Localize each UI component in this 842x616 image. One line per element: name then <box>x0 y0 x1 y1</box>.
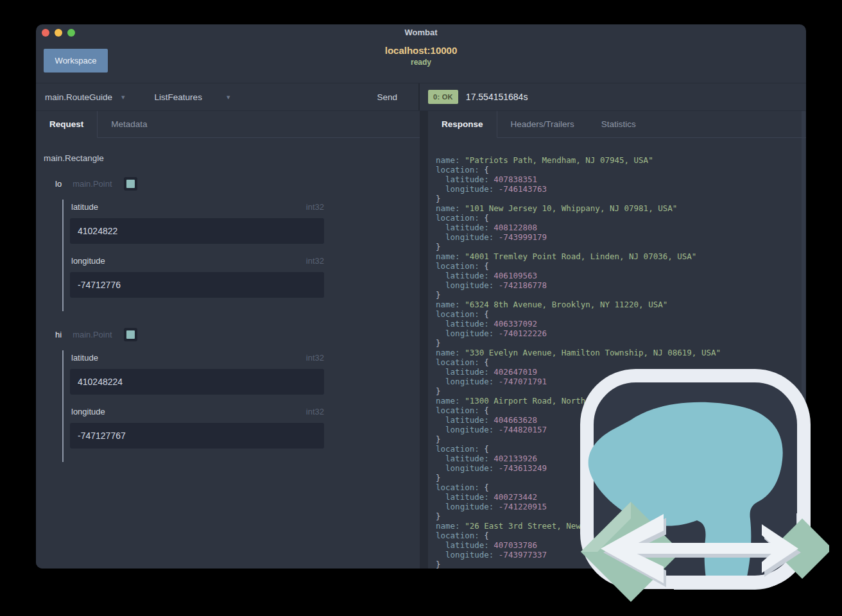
status-badge: 0: OK <box>428 90 458 104</box>
scalar-field-lo-longitude: longitudeint32 <box>70 256 324 298</box>
send-button[interactable]: Send <box>377 92 397 102</box>
scalar-label: latitude <box>71 353 98 363</box>
latitude-input[interactable] <box>70 369 324 395</box>
request-tabs: RequestMetadata <box>36 111 420 138</box>
response-line: } <box>436 194 806 203</box>
response-line: name: "330 Evelyn Avenue, Hamilton Towns… <box>436 348 806 357</box>
titlebar: Wombat <box>36 24 806 41</box>
scalar-type: int32 <box>306 202 324 212</box>
response-line: } <box>436 242 806 252</box>
response-line: latitude: 406337092 <box>436 319 806 329</box>
chevron-down-icon: ▾ <box>227 93 230 101</box>
response-line: name: "4001 Tremley Point Road, Linden, … <box>436 252 806 261</box>
response-tabs: ResponseHeaders/TrailersStatistics <box>428 111 806 138</box>
tab-metadata[interactable]: Metadata <box>98 111 160 137</box>
service-select[interactable]: main.RouteGuide ▾ <box>45 92 125 102</box>
server-address: localhost:10000 <box>36 45 806 56</box>
response-line: location: { <box>436 213 806 223</box>
request-panel: RequestMetadata main.Rectangle lomain.Po… <box>36 111 420 569</box>
scalar-label: latitude <box>71 202 98 212</box>
response-line: name: "101 New Jersey 10, Whippany, NJ 0… <box>436 203 806 213</box>
window-title: Wombat <box>36 28 806 37</box>
longitude-input[interactable] <box>70 272 324 298</box>
response-line: latitude: 408122808 <box>436 223 806 232</box>
scalar-label: longitude <box>71 407 105 416</box>
response-line: longitude: -743999179 <box>436 232 806 242</box>
tab-response[interactable]: Response <box>428 111 497 138</box>
field-checkbox[interactable] <box>124 328 137 341</box>
field-type: main.Point <box>73 179 112 189</box>
response-line: name: "Patriots Path, Mendham, NJ 07945,… <box>436 155 806 165</box>
response-line: longitude: -742186778 <box>436 280 806 290</box>
wombat-logo <box>578 363 829 616</box>
chevron-down-icon: ▾ <box>121 93 125 101</box>
checkbox-checked-icon <box>126 330 135 339</box>
scalar-type: int32 <box>306 256 324 266</box>
tab-headers-trailers[interactable]: Headers/Trailers <box>497 111 588 137</box>
field-name: hi <box>55 330 62 339</box>
scalar-field-lo-latitude: latitudeint32 <box>70 202 324 244</box>
request-toolbar: main.RouteGuide ▾ ListFeatures ▾ Send <box>36 83 420 110</box>
service-select-value: main.RouteGuide <box>45 92 112 102</box>
message-type-label: main.Rectangle <box>44 153 412 163</box>
response-line: latitude: 407838351 <box>436 175 806 184</box>
response-line: location: { <box>436 165 806 175</box>
checkbox-checked-icon <box>126 180 135 188</box>
field-type: main.Point <box>73 330 112 339</box>
longitude-input[interactable] <box>70 423 324 449</box>
header: Workspace localhost:10000 ready <box>36 41 806 83</box>
scalar-type: int32 <box>306 407 324 416</box>
toolbar: main.RouteGuide ▾ ListFeatures ▾ Send 0:… <box>36 83 806 111</box>
message-field-lo: lomain.Point <box>55 177 412 191</box>
field-name: lo <box>55 179 62 189</box>
method-select-value: ListFeatures <box>155 92 202 102</box>
scalar-field-hi-longitude: longitudeint32 <box>70 407 324 449</box>
response-line: longitude: -746143763 <box>436 184 806 194</box>
response-line: location: { <box>436 309 806 319</box>
response-line: location: { <box>436 261 806 271</box>
scalar-label: longitude <box>71 256 105 266</box>
method-select[interactable]: ListFeatures ▾ <box>155 92 230 102</box>
field-group-hi: latitudeint32longitudeint32 <box>62 350 412 462</box>
server-status: ready <box>36 58 806 67</box>
response-line: name: "6324 8th Avenue, Brooklyn, NY 112… <box>436 300 806 309</box>
response-line: latitude: 406109563 <box>436 271 806 280</box>
panel-divider[interactable] <box>420 111 428 569</box>
response-line: } <box>436 338 806 348</box>
scalar-type: int32 <box>306 353 324 363</box>
field-checkbox[interactable] <box>124 177 137 191</box>
tab-request[interactable]: Request <box>36 111 98 138</box>
field-group-lo: latitudeint32longitudeint32 <box>62 200 412 311</box>
response-line: } <box>436 290 806 300</box>
response-toolbar: 0: OK 17.554151684s <box>420 83 806 110</box>
tab-statistics[interactable]: Statistics <box>588 111 649 137</box>
duration-label: 17.554151684s <box>466 92 528 102</box>
response-line: longitude: -740122226 <box>436 329 806 338</box>
request-form: main.Rectangle lomain.Pointlatitudeint32… <box>36 138 420 479</box>
latitude-input[interactable] <box>70 218 324 244</box>
scalar-field-hi-latitude: latitudeint32 <box>70 353 324 395</box>
message-field-hi: himain.Point <box>55 328 412 341</box>
connection-status: localhost:10000 ready <box>36 45 806 67</box>
